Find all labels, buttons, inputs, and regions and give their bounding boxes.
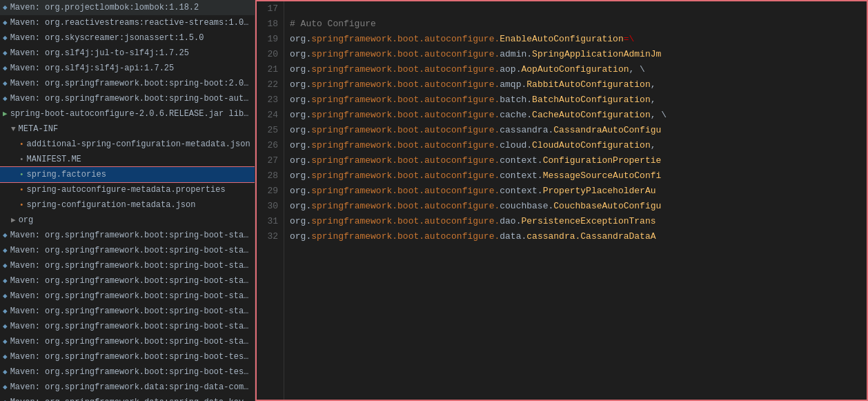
- tree-item-spring-config-metadata[interactable]: • spring-configuration-metadata.json: [0, 197, 255, 213]
- code-line: org.springframework.boot.autoconfigure.c…: [290, 123, 861, 138]
- file-icon: •: [19, 199, 24, 211]
- file-icon: ◆: [3, 381, 8, 393]
- file-icon: ◆: [3, 32, 8, 44]
- tree-item-label: Maven: org.springframework.data:spring-d…: [10, 382, 255, 392]
- tree-item-label: MANIFEST.ME: [27, 155, 81, 164]
- tree-item-label: additional-spring-configuration-metadata…: [27, 139, 250, 149]
- code-line: org.springframework.boot.autoconfigure.c…: [290, 153, 861, 168]
- tree-item-label: spring-boot-autoconfigure-2.0.6.RELEASE.…: [10, 109, 255, 119]
- code-line: org.springframework.boot.autoconfigure.a…: [290, 47, 861, 62]
- tree-item-label: Maven: org.springframework.boot:spring-b…: [10, 261, 255, 271]
- tree-item-maven10[interactable]: ◆ Maven: org.springframework.boot:spring…: [0, 258, 255, 273]
- tree-item-label: Maven: org.springframework.boot:spring-b…: [10, 322, 255, 331]
- tree-item-label: spring-autoconfigure-metadata.properties: [27, 185, 226, 195]
- tree-item-label: spring.factories: [27, 170, 106, 179]
- tree-item-spring-autoconfigure-metadata[interactable]: • spring-autoconfigure-metadata.properti…: [0, 182, 255, 197]
- tree-item-maven5[interactable]: ◆ Maven: org.slf4j:slf4j-api:1.7.25: [0, 61, 255, 76]
- tree-item-label: Maven: org.springframework.boot:spring-b…: [10, 231, 255, 240]
- file-icon: ◆: [3, 17, 8, 29]
- tree-item-label: Maven: org.springframework.boot:spring-b…: [10, 94, 255, 104]
- file-icon: ◆: [3, 92, 8, 105]
- tree-item-maven16[interactable]: ◆ Maven: org.springframework.boot:spring…: [0, 349, 255, 364]
- file-icon: ◆: [3, 366, 8, 378]
- tree-item-maven14[interactable]: ◆ Maven: org.springframework.boot:spring…: [0, 319, 255, 334]
- file-icon: ◆: [3, 77, 8, 90]
- line-number: 17: [262, 1, 278, 17]
- code-line: # Auto Configure: [290, 17, 861, 32]
- tree-item-maven9[interactable]: ◆ Maven: org.springframework.boot:spring…: [0, 243, 255, 258]
- file-icon: ◆: [3, 396, 8, 401]
- tree-item-label: Maven: org.springframework.boot:spring-b…: [10, 352, 255, 362]
- tree-item-maven1[interactable]: ◆ Maven: org.projectlombok:lombok:1.18.2: [0, 0, 255, 15]
- tree-item-maven13[interactable]: ◆ Maven: org.springframework.boot:spring…: [0, 304, 255, 319]
- file-icon: ◆: [3, 320, 8, 333]
- line-number: 25: [262, 123, 278, 138]
- line-number: 20: [262, 47, 278, 62]
- tree-item-label: Maven: org.slf4j:jul-to-slf4j:1.7.25: [10, 48, 189, 58]
- tree-item-manifest[interactable]: • MANIFEST.ME: [0, 152, 255, 167]
- tree-item-label: Maven: org.slf4j:slf4j-api:1.7.25: [10, 63, 175, 73]
- file-icon: ▼: [11, 123, 16, 135]
- tree-item-maven2[interactable]: ◆ Maven: org.reactivestreams:reactive-st…: [0, 15, 255, 30]
- tree-item-label: Maven: org.springframework.boot:spring-b…: [10, 337, 255, 346]
- tree-item-label: Maven: org.springframework.data:spring-d…: [10, 398, 255, 401]
- tree-item-label: Maven: org.springframework.boot:spring-b…: [10, 246, 255, 255]
- file-icon: ◆: [3, 290, 8, 302]
- tree-item-label: Maven: org.springframework.boot:spring-b…: [10, 276, 255, 286]
- file-icon: •: [19, 184, 24, 196]
- file-icon: ◆: [3, 351, 8, 363]
- line-number: 24: [262, 108, 278, 123]
- tree-item-maven19[interactable]: ◆ Maven: org.springframework.data:spring…: [0, 395, 255, 401]
- file-icon: ◆: [3, 275, 8, 287]
- code-line: org.springframework.boot.autoconfigure.c…: [290, 138, 861, 153]
- tree-item-label: Maven: org.springframework.boot:spring-b…: [10, 367, 255, 377]
- tree-item-maven6[interactable]: ◆ Maven: org.springframework.boot:spring…: [0, 76, 255, 91]
- code-line: org.springframework.boot.autoconfigure.c…: [290, 184, 861, 199]
- line-number: 19: [262, 32, 278, 47]
- tree-item-meta-inf[interactable]: ▼ META-INF: [0, 121, 255, 137]
- tree-item-label: Maven: org.skyscreamer:jsonassert:1.5.0: [10, 33, 204, 43]
- code-line: org.springframework.boot.autoconfigure.a…: [290, 62, 861, 77]
- tree-item-label: org: [19, 215, 34, 225]
- tree-item-org[interactable]: ▶ org: [0, 213, 255, 228]
- code-line: org.springframework.boot.autoconfigure.a…: [290, 77, 861, 92]
- code-line: org.springframework.boot.autoconfigure.d…: [290, 214, 861, 229]
- code-line: org.springframework.boot.autoconfigure.d…: [290, 229, 861, 244]
- tree-item-maven17[interactable]: ◆ Maven: org.springframework.boot:spring…: [0, 364, 255, 380]
- tree-item-label: META-INF: [19, 124, 59, 134]
- tree-item-addl-spring[interactable]: • additional-spring-configuration-metada…: [0, 137, 255, 152]
- file-icon: ◆: [3, 229, 8, 242]
- file-tree: ◆ Maven: org.projectlombok:lombok:1.18.2…: [0, 0, 255, 401]
- line-number: 31: [262, 214, 278, 229]
- line-number: 22: [262, 77, 278, 92]
- line-number: 23: [262, 92, 278, 108]
- line-number: 27: [262, 153, 278, 168]
- tree-item-maven18[interactable]: ◆ Maven: org.springframework.data:spring…: [0, 380, 255, 395]
- line-numbers: 17181920212223242526272829303132: [257, 1, 284, 400]
- code-editor: 17181920212223242526272829303132 # Auto …: [255, 0, 868, 401]
- tree-item-jar1[interactable]: ▶ spring-boot-autoconfigure-2.0.6.RELEAS…: [0, 106, 255, 121]
- file-icon: ◆: [3, 47, 8, 59]
- file-icon: •: [19, 153, 24, 166]
- tree-item-maven15[interactable]: ◆ Maven: org.springframework.boot:spring…: [0, 334, 255, 349]
- tree-item-spring-factories[interactable]: • spring.factories: [0, 167, 255, 182]
- file-icon: ◆: [3, 260, 8, 272]
- line-number: 32: [262, 229, 278, 244]
- tree-item-label: Maven: org.springframework.boot:spring-b…: [10, 291, 255, 301]
- tree-item-maven8[interactable]: ◆ Maven: org.springframework.boot:spring…: [0, 228, 255, 243]
- file-icon: ▶: [3, 108, 8, 120]
- tree-item-maven4[interactable]: ◆ Maven: org.slf4j:jul-to-slf4j:1.7.25: [0, 46, 255, 61]
- file-icon: ◆: [3, 62, 8, 75]
- line-number: 26: [262, 138, 278, 153]
- line-number: 30: [262, 199, 278, 214]
- tree-item-maven12[interactable]: ◆ Maven: org.springframework.boot:spring…: [0, 288, 255, 304]
- tree-item-maven3[interactable]: ◆ Maven: org.skyscreamer:jsonassert:1.5.…: [0, 30, 255, 46]
- tree-item-maven7[interactable]: ◆ Maven: org.springframework.boot:spring…: [0, 91, 255, 106]
- line-number: 29: [262, 184, 278, 199]
- file-icon: •: [19, 138, 24, 150]
- tree-item-label: Maven: org.projectlombok:lombok:1.18.2: [10, 3, 199, 12]
- code-content: # Auto Configureorg.springframework.boot…: [284, 1, 867, 400]
- tree-item-maven11[interactable]: ◆ Maven: org.springframework.boot:spring…: [0, 273, 255, 288]
- file-icon: ◆: [3, 1, 8, 14]
- code-line: [290, 1, 861, 17]
